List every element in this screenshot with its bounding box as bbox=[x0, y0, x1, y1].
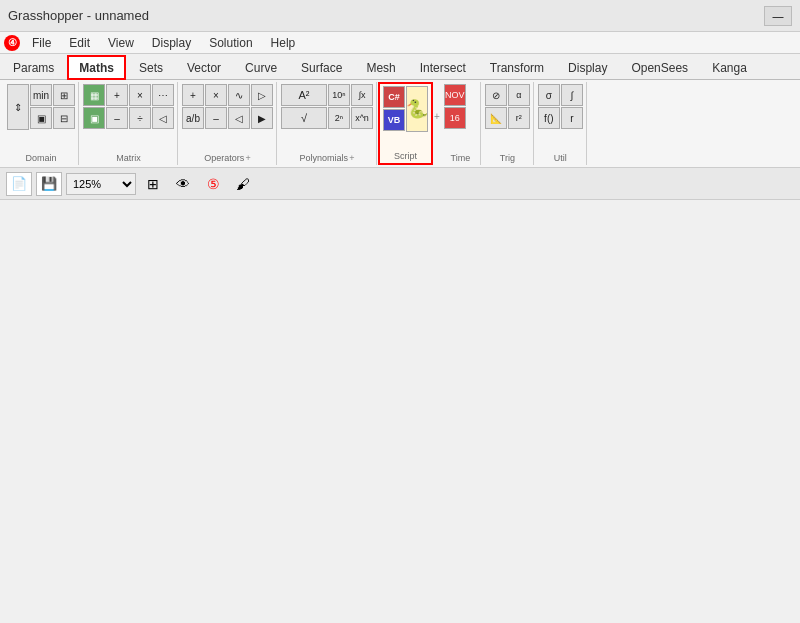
polynomials-label: Polynomials + bbox=[300, 153, 355, 163]
tab-display[interactable]: Display bbox=[557, 55, 618, 80]
toolbar-paint-btn[interactable]: 🖌 bbox=[230, 172, 256, 196]
fit-view-btn[interactable]: ⊞ bbox=[140, 172, 166, 196]
matrix-btn-8[interactable]: ◁ bbox=[152, 107, 174, 129]
poly-col2: 10ⁿ 2ⁿ bbox=[328, 84, 350, 129]
matrix-col1: ▦ ▣ bbox=[83, 84, 105, 129]
trig-col1: ⊘ 📐 bbox=[485, 84, 507, 129]
tab-curve[interactable]: Curve bbox=[234, 55, 288, 80]
menu-view[interactable]: View bbox=[100, 34, 142, 52]
time-btn-1[interactable]: NOV bbox=[444, 84, 466, 106]
polynomials-add[interactable]: + bbox=[349, 153, 354, 163]
matrix-btn-7[interactable]: ⋯ bbox=[152, 84, 174, 106]
poly-btn-1[interactable]: A² bbox=[281, 84, 327, 106]
trig-btn-1[interactable]: ⊘ bbox=[485, 84, 507, 106]
util-btn-4[interactable]: r bbox=[561, 107, 583, 129]
menu-edit[interactable]: Edit bbox=[61, 34, 98, 52]
domain-btn-2[interactable]: min bbox=[30, 84, 52, 106]
tab-maths[interactable]: Maths bbox=[67, 55, 126, 80]
matrix-btn-5[interactable]: × bbox=[129, 84, 151, 106]
trig-btn-4[interactable]: r² bbox=[508, 107, 530, 129]
op-col1: + a/b bbox=[182, 84, 204, 129]
polynomials-buttons: A² √ 10ⁿ 2ⁿ ∫x x^n bbox=[281, 84, 373, 151]
domain-btn-1[interactable]: ⇕ bbox=[7, 84, 29, 130]
toolbar: 📄 💾 125% 100% 75% ⊞ 👁 ⑤ 🖌 bbox=[0, 168, 800, 200]
toolbar-save-btn[interactable]: 💾 bbox=[36, 172, 62, 196]
poly-col1: A² √ bbox=[281, 84, 327, 129]
trig-btn-3[interactable]: α bbox=[508, 84, 530, 106]
minimize-button[interactable]: — bbox=[764, 6, 792, 26]
menu-solution[interactable]: Solution bbox=[201, 34, 260, 52]
poly-btn-2[interactable]: √ bbox=[281, 107, 327, 129]
script-btn-vb[interactable]: VB bbox=[383, 109, 405, 131]
matrix-btn-6[interactable]: ÷ bbox=[129, 107, 151, 129]
script-plus[interactable]: + bbox=[434, 82, 440, 165]
matrix-btn-1[interactable]: ▦ bbox=[83, 84, 105, 106]
tab-kanga[interactable]: Kanga bbox=[701, 55, 758, 80]
domain-btn-4[interactable]: ⊞ bbox=[53, 84, 75, 106]
matrix-col2: + – bbox=[106, 84, 128, 129]
script-btn-python[interactable]: 🐍 bbox=[406, 86, 428, 132]
poly-col3: ∫x x^n bbox=[351, 84, 373, 129]
window-controls: — bbox=[764, 6, 792, 26]
domain-col3: ⊞ ⊟ bbox=[53, 84, 75, 129]
time-label: Time bbox=[451, 153, 471, 163]
operators-add[interactable]: + bbox=[245, 153, 250, 163]
zoom-select[interactable]: 125% 100% 75% bbox=[66, 173, 136, 195]
tab-mesh[interactable]: Mesh bbox=[355, 55, 406, 80]
title-bar: Grasshopper - unnamed — bbox=[0, 0, 800, 32]
op-btn-8[interactable]: ▶ bbox=[251, 107, 273, 129]
script-col2: 🐍 bbox=[406, 86, 428, 132]
trig-col2: α r² bbox=[508, 84, 530, 129]
time-col1: NOV 16 bbox=[444, 84, 466, 129]
zoom-extents-btn[interactable]: 👁 bbox=[170, 172, 196, 196]
time-btn-2[interactable]: 16 bbox=[444, 107, 466, 129]
trig-label: Trig bbox=[500, 153, 515, 163]
domain-btn-5[interactable]: ⊟ bbox=[53, 107, 75, 129]
menu-help[interactable]: Help bbox=[263, 34, 304, 52]
op-btn-7[interactable]: ▷ bbox=[251, 84, 273, 106]
tab-transform[interactable]: Transform bbox=[479, 55, 555, 80]
util-col1: σ f() bbox=[538, 84, 560, 129]
op-btn-6[interactable]: ◁ bbox=[228, 107, 250, 129]
poly-btn-6[interactable]: x^n bbox=[351, 107, 373, 129]
op-col4: ▷ ▶ bbox=[251, 84, 273, 129]
tab-surface[interactable]: Surface bbox=[290, 55, 353, 80]
toolbar-new-btn[interactable]: 📄 bbox=[6, 172, 32, 196]
op-btn-3[interactable]: × bbox=[205, 84, 227, 106]
matrix-btn-4[interactable]: – bbox=[106, 107, 128, 129]
time-buttons: NOV 16 bbox=[444, 84, 477, 151]
util-btn-1[interactable]: σ bbox=[538, 84, 560, 106]
menu-bar: ④ File Edit View Display Solution Help bbox=[0, 32, 800, 54]
domain-col1: ⇕ bbox=[7, 84, 29, 130]
trig-btn-2[interactable]: 📐 bbox=[485, 107, 507, 129]
tab-vector[interactable]: Vector bbox=[176, 55, 232, 80]
op-btn-1[interactable]: + bbox=[182, 84, 204, 106]
util-btn-2[interactable]: f() bbox=[538, 107, 560, 129]
domain-btn-3[interactable]: ▣ bbox=[30, 107, 52, 129]
ribbon-group-util: σ f() ∫ r Util bbox=[535, 82, 587, 165]
script-buttons: C# VB 🐍 bbox=[383, 86, 428, 149]
toolbar-circle-5: ⑤ bbox=[200, 172, 226, 196]
ribbon-group-time: NOV 16 Time bbox=[441, 82, 481, 165]
op-btn-2[interactable]: a/b bbox=[182, 107, 204, 129]
menu-display[interactable]: Display bbox=[144, 34, 199, 52]
op-btn-4[interactable]: – bbox=[205, 107, 227, 129]
matrix-btn-3[interactable]: + bbox=[106, 84, 128, 106]
matrix-label: Matrix bbox=[116, 153, 141, 163]
util-btn-3[interactable]: ∫ bbox=[561, 84, 583, 106]
tab-intersect[interactable]: Intersect bbox=[409, 55, 477, 80]
poly-btn-5[interactable]: ∫x bbox=[351, 84, 373, 106]
menu-circle-4: ④ bbox=[4, 35, 20, 51]
tab-opensees[interactable]: OpenSees bbox=[620, 55, 699, 80]
ribbon-group-polynomials: A² √ 10ⁿ 2ⁿ ∫x x^n Polynomials + bbox=[278, 82, 377, 165]
ribbon-tabs: Params Maths Sets Vector Curve Surface M… bbox=[0, 54, 800, 80]
ribbon-group-matrix: ▦ ▣ + – × ÷ ⋯ ◁ Matrix bbox=[80, 82, 178, 165]
menu-file[interactable]: File bbox=[24, 34, 59, 52]
op-btn-5[interactable]: ∿ bbox=[228, 84, 250, 106]
poly-btn-4[interactable]: 2ⁿ bbox=[328, 107, 350, 129]
tab-params[interactable]: Params bbox=[2, 55, 65, 80]
matrix-btn-2[interactable]: ▣ bbox=[83, 107, 105, 129]
tab-sets[interactable]: Sets bbox=[128, 55, 174, 80]
poly-btn-3[interactable]: 10ⁿ bbox=[328, 84, 350, 106]
script-btn-csharp[interactable]: C# bbox=[383, 86, 405, 108]
